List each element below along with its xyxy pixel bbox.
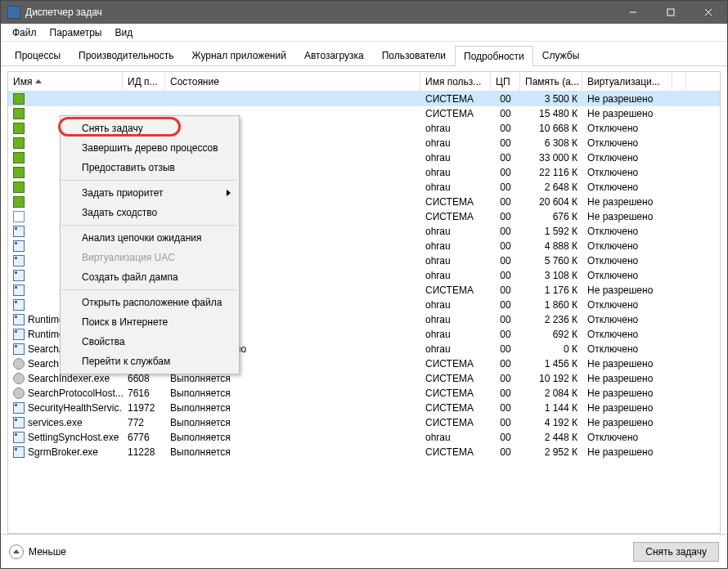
tab-users[interactable]: Пользователи bbox=[373, 45, 455, 65]
cell-user: ohrau bbox=[420, 432, 491, 443]
col-cpu[interactable]: ЦП bbox=[491, 72, 520, 91]
cell-cpu: 00 bbox=[491, 284, 520, 296]
svg-rect-1 bbox=[667, 9, 674, 16]
process-icon bbox=[13, 299, 25, 311]
menu-options[interactable]: Параметры bbox=[43, 25, 109, 40]
ctx-dump[interactable]: Создать файл дампа bbox=[61, 267, 239, 287]
tab-apphistory[interactable]: Журнал приложений bbox=[183, 45, 295, 65]
cell-pid: 772 bbox=[123, 417, 165, 428]
cell-mem: 1 592 К bbox=[520, 226, 582, 237]
ctx-goto-services[interactable]: Перейти к службам bbox=[61, 352, 239, 371]
table-row[interactable]: SettingSyncHost.exe6776Выполняетсяohrau0… bbox=[8, 430, 720, 445]
cell-virt: Не разрешено bbox=[582, 402, 672, 414]
process-name: SearchProtocolHost... bbox=[28, 388, 123, 399]
process-icon bbox=[13, 240, 25, 252]
cell-cpu: 00 bbox=[491, 358, 520, 370]
cell-state: Выполняется bbox=[165, 373, 420, 384]
cell-cpu: 00 bbox=[491, 314, 520, 325]
col-virt[interactable]: Виртуализаци... bbox=[582, 72, 672, 91]
cell-user: ohrau bbox=[420, 152, 491, 164]
ctx-priority[interactable]: Задать приоритет bbox=[61, 183, 239, 203]
col-state[interactable]: Состояние bbox=[165, 72, 420, 91]
cell-virt: Отключено bbox=[582, 152, 672, 164]
cell-mem: 10 668 К bbox=[520, 123, 582, 134]
cell-state: Выполняется bbox=[165, 417, 420, 428]
cell-mem: 2 648 К bbox=[520, 181, 582, 193]
cell-state: Выполняется bbox=[165, 402, 420, 414]
tab-startup[interactable]: Автозагрузка bbox=[295, 45, 373, 65]
app-icon bbox=[7, 6, 20, 19]
maximize-button[interactable] bbox=[652, 1, 690, 24]
menu-file[interactable]: Файл bbox=[6, 25, 43, 40]
ctx-feedback[interactable]: Предоставить отзыв bbox=[61, 158, 239, 177]
process-icon bbox=[13, 373, 25, 384]
cell-user: СИСТЕМА bbox=[420, 196, 491, 208]
footer: Меньше Снять задачу bbox=[1, 534, 727, 568]
col-mem[interactable]: Память (а... bbox=[520, 72, 582, 91]
cell-virt: Не разрешено bbox=[582, 358, 672, 370]
fewer-details-button[interactable]: Меньше bbox=[9, 544, 66, 559]
cell-virt: Отключено bbox=[582, 181, 672, 193]
cell-user: СИСТЕМА bbox=[420, 417, 491, 428]
cell-user: СИСТЕМА bbox=[420, 446, 491, 458]
cell-mem: 0 К bbox=[520, 343, 582, 355]
cell-mem: 15 480 К bbox=[520, 108, 582, 119]
minimize-button[interactable] bbox=[614, 1, 652, 24]
cell-virt: Не разрешено bbox=[582, 417, 672, 428]
cell-user: ohrau bbox=[420, 299, 491, 311]
process-name: SecurityHealthServic... bbox=[28, 402, 123, 414]
col-name[interactable]: Имя bbox=[8, 72, 123, 91]
cell-user: СИСТЕМА bbox=[420, 93, 491, 105]
process-icon bbox=[13, 446, 25, 458]
cell-user: СИСТЕМА bbox=[420, 284, 491, 296]
tab-details[interactable]: Подробности bbox=[455, 46, 533, 66]
cell-cpu: 00 bbox=[491, 108, 520, 119]
cell-virt: Отключено bbox=[582, 255, 672, 267]
task-manager-window: Диспетчер задач Файл Параметры Вид Проце… bbox=[0, 0, 728, 569]
process-icon bbox=[13, 196, 25, 208]
ctx-end-tree[interactable]: Завершить дерево процессов bbox=[61, 138, 239, 158]
menu-view[interactable]: Вид bbox=[108, 25, 139, 40]
col-user[interactable]: Имя польз... bbox=[420, 72, 491, 91]
cell-user: СИСТЕМА bbox=[420, 388, 491, 399]
process-icon bbox=[13, 181, 25, 193]
cell-pid: 11228 bbox=[123, 446, 165, 458]
cell-cpu: 00 bbox=[491, 402, 520, 414]
cell-user: ohrau bbox=[420, 226, 491, 237]
cell-state: Выполняется bbox=[165, 432, 420, 443]
col-pid[interactable]: ИД п... bbox=[123, 72, 165, 91]
process-icon bbox=[13, 152, 25, 164]
ctx-uac-virt: Виртуализация UAC bbox=[61, 248, 239, 267]
ctx-search-online[interactable]: Поиск в Интернете bbox=[61, 312, 239, 332]
cell-virt: Отключено bbox=[582, 329, 672, 340]
table-row[interactable]: СИСТЕМА003 500 КНе разрешено bbox=[8, 92, 720, 106]
tab-processes[interactable]: Процессы bbox=[6, 45, 70, 65]
end-task-button[interactable]: Снять задачу bbox=[633, 542, 719, 562]
ctx-affinity[interactable]: Задать сходство bbox=[61, 203, 239, 222]
tab-performance[interactable]: Производительность bbox=[70, 45, 182, 65]
table-row[interactable]: SecurityHealthServic...11972ВыполняетсяС… bbox=[8, 401, 720, 415]
table-row[interactable]: services.exe772ВыполняетсяСИСТЕМА004 192… bbox=[8, 415, 720, 430]
cell-virt: Отключено bbox=[582, 270, 672, 281]
cell-user: ohrau bbox=[420, 137, 491, 149]
ctx-wait-chain[interactable]: Анализ цепочки ожидания bbox=[61, 228, 239, 248]
close-button[interactable] bbox=[690, 1, 727, 24]
tab-services[interactable]: Службы bbox=[533, 45, 588, 65]
cell-virt: Не разрешено bbox=[582, 108, 672, 119]
cell-user: СИСТЕМА bbox=[420, 211, 491, 222]
table-row[interactable]: SgrmBroker.exe11228ВыполняетсяСИСТЕМА002… bbox=[8, 445, 720, 459]
cell-user: ohrau bbox=[420, 329, 491, 340]
process-icon bbox=[13, 314, 25, 325]
ctx-properties[interactable]: Свойства bbox=[61, 332, 239, 352]
cell-mem: 1 860 К bbox=[520, 299, 582, 311]
table-row[interactable]: SearchProtocolHost...7616ВыполняетсяСИСТ… bbox=[8, 386, 720, 401]
cell-pid: 6776 bbox=[123, 432, 165, 443]
cell-virt: Не разрешено bbox=[582, 211, 672, 222]
ctx-open-location[interactable]: Открыть расположение файла bbox=[61, 293, 239, 312]
ctx-end-task[interactable]: Снять задачу bbox=[61, 119, 239, 138]
titlebar[interactable]: Диспетчер задач bbox=[1, 1, 727, 24]
cell-cpu: 00 bbox=[491, 93, 520, 105]
cell-virt: Отключено bbox=[582, 137, 672, 149]
cell-user: ohrau bbox=[420, 240, 491, 252]
cell-user: СИСТЕМА bbox=[420, 402, 491, 414]
